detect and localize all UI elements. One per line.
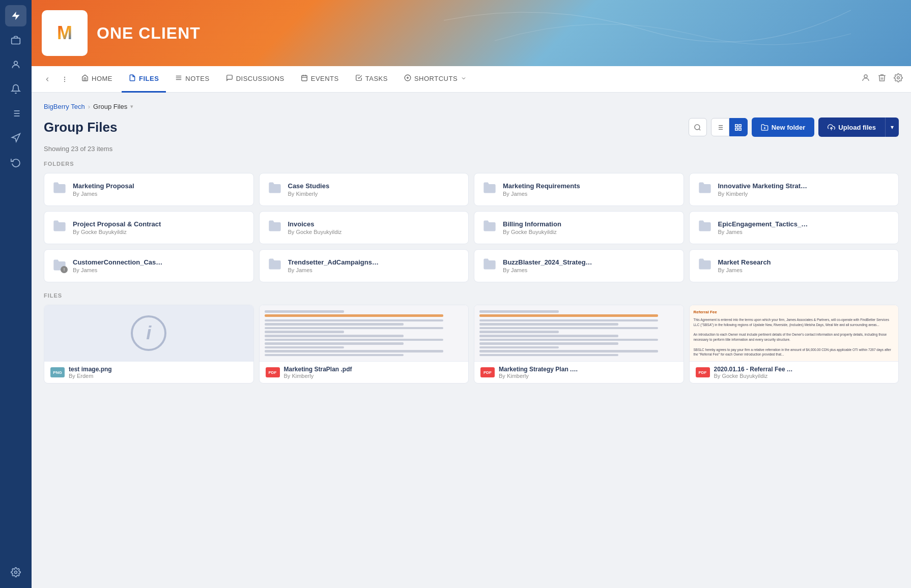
folder-card[interactable]: Project Proposal & Contract By Gocke Buy… — [44, 211, 254, 244]
file-preview — [474, 305, 684, 361]
folder-by: By James — [288, 267, 380, 273]
pdf-heading-line — [479, 314, 658, 317]
tab-home-label: HOME — [92, 75, 112, 82]
folder-icon — [268, 181, 282, 198]
folder-name: Marketing Proposal — [73, 182, 134, 190]
breadcrumb-parent-link[interactable]: BigBerry Tech — [44, 103, 85, 110]
shortcuts-icon — [404, 74, 411, 83]
folder-card[interactable]: BuzzBlaster_2024_Strategy_Outli... By Ja… — [474, 249, 684, 282]
header-banner: M ONE CLIENT — [32, 0, 911, 66]
file-info: PNG test image.png By Erdem — [44, 361, 253, 383]
breadcrumb-dropdown-icon[interactable]: ▾ — [130, 103, 133, 110]
file-name: test image.png — [69, 366, 112, 373]
header-actions: New folder Upload files ▾ — [689, 117, 899, 137]
tab-notes[interactable]: NOTES — [168, 66, 216, 93]
sidebar-item-person[interactable] — [5, 54, 26, 75]
ref-preview-text3: SBSLC hereby agrees to pay your firm a r… — [694, 347, 895, 358]
file-card[interactable]: PDF Marketing StraPlan .pdf By Kimberly — [259, 305, 469, 384]
sidebar-item-briefcase[interactable] — [5, 30, 26, 51]
file-name: 2020.01.16 - Referral Fee Agree... — [714, 366, 795, 373]
discussions-icon — [226, 74, 233, 83]
svg-point-11 — [64, 81, 65, 81]
upload-files-button[interactable]: Upload files — [818, 117, 885, 137]
file-name: Marketing StraPlan .pdf — [284, 366, 352, 373]
folder-icon — [482, 219, 497, 237]
upload-dropdown-button[interactable]: ▾ — [885, 117, 899, 137]
svg-rect-15 — [301, 75, 307, 81]
svg-point-8 — [15, 571, 17, 574]
files-icon — [129, 74, 136, 83]
folder-by: By Kimberly — [718, 191, 810, 197]
pdf-line — [265, 319, 443, 322]
pdf-line — [479, 350, 658, 352]
new-folder-button[interactable]: New folder — [752, 117, 814, 137]
pdf-line — [265, 346, 344, 349]
pdf-preview-lines — [474, 305, 684, 361]
nav-user-icon[interactable] — [861, 73, 870, 85]
svg-point-10 — [64, 79, 65, 79]
folder-card[interactable]: ! CustomerConnection_CaseStudi... By Jam… — [44, 249, 254, 282]
file-card[interactable]: PDF Marketing Strategy Plan .pdf By Kimb… — [474, 305, 684, 384]
upload-button-group: Upload files ▾ — [818, 117, 899, 137]
svg-rect-35 — [739, 128, 741, 130]
tab-shortcuts[interactable]: SHORTCUTS — [397, 66, 474, 93]
folder-icon — [268, 219, 282, 237]
nav-trash-icon[interactable] — [877, 73, 887, 85]
folder-info: BuzzBlaster_2024_Strategy_Outli... By Ja… — [503, 258, 594, 273]
folder-card[interactable]: Innovative Marketing Strategies ... By K… — [689, 173, 899, 206]
file-details: Marketing StraPlan .pdf By Kimberly — [284, 366, 352, 379]
file-name: Marketing Strategy Plan .pdf — [499, 366, 580, 373]
tab-files[interactable]: FILES — [122, 66, 166, 93]
folder-card[interactable]: Marketing Proposal By James — [44, 173, 254, 206]
breadcrumb-separator: › — [88, 103, 90, 110]
folder-info: Invoices By Gocke Buyukyildiz — [288, 220, 342, 235]
tab-files-label: FILES — [139, 75, 159, 82]
file-type-badge: PDF — [480, 367, 495, 377]
pdf-line — [265, 335, 404, 337]
sidebar-item-list[interactable] — [5, 103, 26, 124]
sidebar-item-bell[interactable] — [5, 78, 26, 100]
upload-files-label: Upload files — [838, 124, 876, 131]
folder-icon — [268, 257, 282, 275]
sidebar-item-dashboard[interactable] — [5, 5, 26, 26]
tab-events[interactable]: EVENTS — [294, 66, 346, 93]
list-view-button[interactable] — [711, 118, 729, 136]
folder-icon — [698, 219, 712, 237]
ref-preview-text: This Agreement is entered into the terms… — [694, 317, 895, 328]
file-card[interactable]: Referral Fee This Agreement is entered i… — [689, 305, 899, 384]
nav-back-icon[interactable] — [40, 72, 55, 87]
ref-preview-text2: An introduction to each Owner must inclu… — [694, 332, 895, 342]
tasks-icon — [355, 74, 362, 83]
sidebar-item-megaphone[interactable] — [5, 127, 26, 149]
nav-settings-icon[interactable] — [894, 73, 903, 85]
search-button[interactable] — [689, 118, 707, 136]
folder-card[interactable]: Case Studies By Kimberly — [259, 173, 469, 206]
breadcrumb-current: Group Files — [93, 103, 127, 110]
sidebar-item-gear[interactable] — [5, 562, 26, 583]
sidebar-item-refresh[interactable] — [5, 152, 26, 173]
folder-card[interactable]: EpicEngagement_Tactics_Playbo... By Jame… — [689, 211, 899, 244]
tab-shortcuts-label: SHORTCUTS — [414, 75, 458, 82]
folder-by: By James — [73, 191, 134, 197]
tab-home[interactable]: HOME — [74, 66, 120, 93]
folder-card[interactable]: Trendsetter_AdCampaigns_Guid... By James — [259, 249, 469, 282]
main-area: M ONE CLIENT HOME FILES NOTES — [32, 0, 911, 588]
folder-name: Marketing Requirements — [503, 182, 580, 190]
nav-more-icon[interactable] — [57, 72, 72, 87]
file-preview: Referral Fee This Agreement is entered i… — [690, 305, 899, 361]
file-details: 2020.01.16 - Referral Fee Agree... By Go… — [714, 366, 795, 379]
folder-card[interactable]: Billing Information By Gocke Buyukyildiz — [474, 211, 684, 244]
logo-letters: M — [57, 22, 72, 44]
folder-card[interactable]: Market Research By James — [689, 249, 899, 282]
svg-rect-0 — [12, 38, 20, 44]
pdf-line — [479, 339, 658, 341]
pdf-line — [265, 310, 344, 313]
folder-card[interactable]: Marketing Requirements By James — [474, 173, 684, 206]
tab-discussions[interactable]: DISCUSSIONS — [219, 66, 292, 93]
grid-view-button[interactable] — [729, 118, 748, 136]
image-placeholder-icon: i — [131, 315, 166, 351]
svg-point-1 — [14, 61, 18, 65]
file-card[interactable]: i PNG test image.png By Erdem — [44, 305, 254, 384]
folder-card[interactable]: Invoices By Gocke Buyukyildiz — [259, 211, 469, 244]
tab-tasks[interactable]: TASKS — [348, 66, 395, 93]
